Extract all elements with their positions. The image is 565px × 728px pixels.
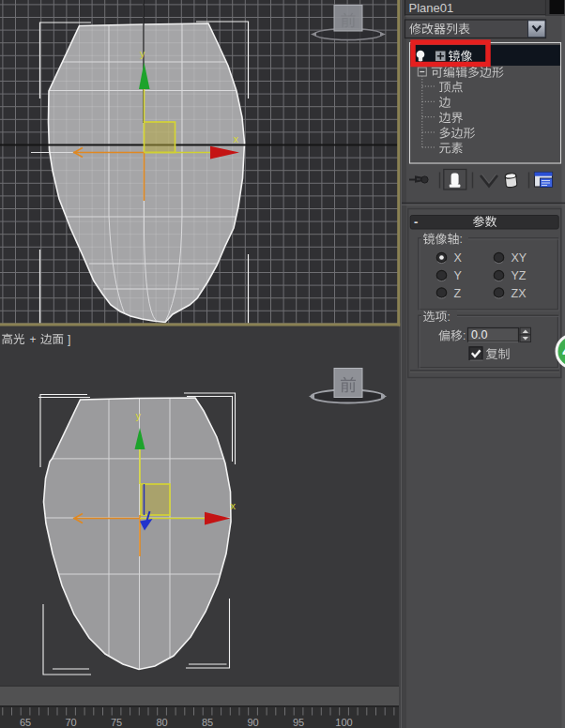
svg-text:]: ]	[68, 333, 70, 346]
svg-text:70: 70	[65, 717, 76, 728]
svg-text::: :	[460, 233, 463, 246]
svg-text::: :	[463, 329, 466, 342]
svg-text:x: x	[234, 133, 239, 144]
svg-text:80: 80	[156, 717, 167, 728]
svg-text:Z: Z	[454, 287, 462, 300]
svg-text:x: x	[231, 500, 237, 511]
svg-text:y: y	[140, 48, 145, 59]
svg-text:95: 95	[293, 717, 304, 728]
svg-text:XY: XY	[512, 251, 527, 265]
svg-text:65: 65	[20, 717, 31, 728]
svg-text:0.0: 0.0	[471, 328, 487, 341]
svg-text:85: 85	[202, 717, 213, 728]
svg-text:75: 75	[111, 717, 122, 728]
svg-text:-: -	[414, 215, 418, 229]
svg-text:Plane01: Plane01	[409, 1, 454, 15]
svg-text:90: 90	[247, 717, 258, 728]
svg-text:+: +	[30, 333, 37, 346]
svg-text:YZ: YZ	[512, 269, 527, 282]
svg-text:ZX: ZX	[512, 287, 527, 300]
svg-text::: :	[448, 311, 450, 324]
svg-text:100: 100	[335, 717, 352, 728]
svg-text:Y: Y	[454, 269, 463, 282]
svg-text:X: X	[454, 251, 463, 265]
svg-text:y: y	[136, 410, 142, 421]
